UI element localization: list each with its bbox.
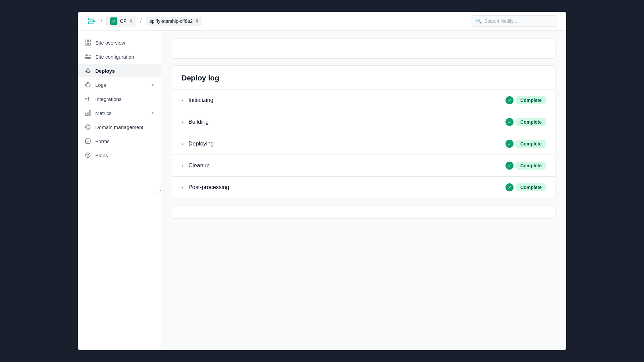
sidebar-item-integrations[interactable]: Integrations [78,92,161,106]
app-window: / C CF ⇅ / spiffy-starship-cff8a2 ⇅ 🔍 Se… [78,12,566,350]
svg-rect-8 [85,43,88,46]
main-layout: Site overview Site configuration [78,31,566,350]
sidebar-label-forms: Forms [95,138,110,144]
breadcrumb-separator-2: / [140,17,142,24]
sidebar-label-integrations: Integrations [95,96,121,102]
log-status-initializing: ✓ Complete [505,96,546,104]
sidebar-item-domain-management[interactable]: Domain management [78,120,161,134]
sidebar-item-logs[interactable]: Logs ▾ [78,78,161,92]
sidebar-label-site-configuration: Site configuration [95,54,134,60]
log-status-post-processing: ✓ Complete [505,183,546,191]
log-entry-post-processing[interactable]: › Post-processing ✓ Complete [172,177,555,198]
team-name: CF [120,18,126,24]
metrics-icon [85,110,91,116]
status-badge-cleanup: Complete [516,162,546,170]
log-status-building: ✓ Complete [505,118,546,126]
deploy-log-header: Deploy log [172,66,555,89]
search-icon: 🔍 [476,18,482,24]
svg-rect-11 [85,58,91,59]
team-avatar: C [110,17,117,25]
status-badge-building: Complete [516,118,546,126]
grid-icon [85,39,91,46]
entry-chevron-deploying: › [181,141,183,146]
logs-chevron: ▾ [152,82,154,87]
svg-rect-17 [85,113,86,116]
metrics-chevron: ▾ [152,111,154,116]
svg-point-15 [86,82,90,87]
svg-point-24 [87,154,89,156]
site-name: spiffy-starship-cff8a2 [150,18,193,24]
logs-icon [85,81,91,88]
complete-icon-cleanup: ✓ [505,162,514,170]
sidebar-label-domain-management: Domain management [95,124,143,130]
sidebar-item-site-configuration[interactable]: Site configuration [78,50,161,63]
sidebar-label-site-overview: Site overview [95,40,125,46]
log-status-cleanup: ✓ Complete [505,162,546,170]
team-selector-chevron: ⇅ [129,19,132,23]
status-badge-post-processing: Complete [516,183,546,191]
svg-point-3 [88,18,90,20]
sidebar-label-blobs: Blobs [95,153,108,158]
complete-icon-initializing: ✓ [505,96,514,104]
svg-rect-13 [89,57,90,59]
sidebar-label-deploys: Deploys [95,68,115,74]
forms-icon [85,138,91,144]
log-label-building: Building [189,119,506,125]
svg-point-4 [93,20,95,22]
sidebar: Site overview Site configuration [78,31,161,350]
log-entry-building[interactable]: › Building ✓ Complete [172,111,555,133]
svg-rect-6 [85,40,88,42]
netlify-logo [86,16,97,26]
collapse-chevron-icon: ‹ [160,188,161,192]
sidebar-label-logs: Logs [95,82,106,88]
rocket-icon [85,67,91,74]
status-badge-initializing: Complete [516,96,546,104]
log-label-post-processing: Post-processing [189,184,506,191]
search-placeholder: Search Netlify... [484,18,517,24]
entry-chevron-post-processing: › [181,185,183,190]
blobs-icon [85,152,91,159]
log-label-initializing: Initializing [189,97,506,104]
deploy-log-card: Deploy log › Initializing ✓ Complete › [172,65,555,198]
log-entry-initializing[interactable]: › Initializing ✓ Complete [172,89,555,111]
complete-icon-deploying: ✓ [505,140,514,148]
sidebar-item-forms[interactable]: Forms [78,134,161,148]
log-entry-cleanup[interactable]: › Cleanup ✓ Complete [172,155,555,177]
sidebar-collapse-button[interactable]: ‹ [157,186,165,194]
svg-point-5 [88,22,90,24]
svg-rect-18 [87,112,88,116]
bottom-card-partial [172,205,555,219]
search-box[interactable]: 🔍 Search Netlify... [471,15,558,27]
content-inner: Deploy log › Initializing ✓ Complete › [161,31,566,227]
top-bar: / C CF ⇅ / spiffy-starship-cff8a2 ⇅ 🔍 Se… [78,12,566,31]
svg-point-23 [86,153,90,158]
content-area: Deploy log › Initializing ✓ Complete › [161,31,566,350]
svg-rect-9 [89,43,91,46]
domain-icon [85,124,91,130]
svg-rect-7 [89,40,91,42]
svg-rect-12 [87,54,88,56]
team-selector[interactable]: C CF ⇅ [106,16,136,26]
settings-icon [85,53,91,60]
status-badge-deploying: Complete [516,140,546,148]
sidebar-label-metrics: Metrics [95,110,111,116]
breadcrumb-separator: / [101,17,102,24]
site-selector[interactable]: spiffy-starship-cff8a2 ⇅ [146,17,203,25]
entry-chevron-cleanup: › [181,163,183,168]
sidebar-item-blobs[interactable]: Blobs [78,148,161,162]
integrations-icon [85,96,91,102]
complete-icon-building: ✓ [505,118,514,126]
entry-chevron-building: › [181,119,183,125]
sidebar-item-metrics[interactable]: Metrics ▾ [78,106,161,120]
log-status-deploying: ✓ Complete [505,140,546,148]
sidebar-item-site-overview[interactable]: Site overview [78,36,161,49]
deploy-log-title: Deploy log [181,74,546,82]
svg-rect-19 [89,110,90,116]
complete-icon-post-processing: ✓ [505,183,514,191]
svg-rect-10 [85,55,91,56]
log-entry-deploying[interactable]: › Deploying ✓ Complete [172,133,555,155]
entry-chevron-initializing: › [181,98,183,103]
svg-point-14 [88,71,89,72]
sidebar-item-deploys[interactable]: Deploys [78,64,161,77]
log-label-cleanup: Cleanup [189,162,506,169]
